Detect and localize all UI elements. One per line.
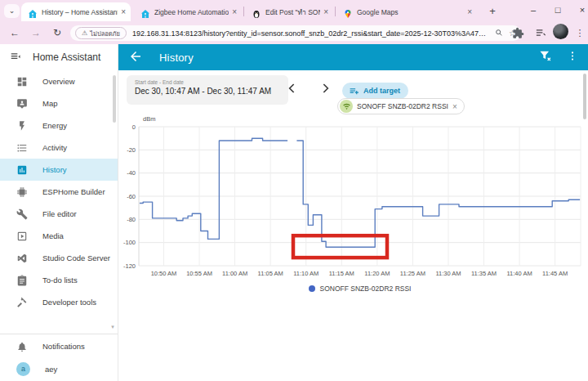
page-title: History xyxy=(159,52,194,64)
window-maximize-button[interactable]: □ xyxy=(546,0,570,20)
sidebar-item-media[interactable]: Media xyxy=(0,225,118,247)
profile-avatar[interactable] xyxy=(553,24,568,39)
history-icon xyxy=(16,164,28,176)
x-tick-label: 11:15 AM xyxy=(329,270,354,277)
browser-menu-icon[interactable]: ⋮ xyxy=(574,25,586,41)
x-tick-label: 11:40 AM xyxy=(507,270,532,277)
map-icon xyxy=(16,98,28,110)
tab-close-icon[interactable]: × xyxy=(121,7,126,16)
y-tick-label: -120 xyxy=(123,262,136,270)
todo-icon xyxy=(16,275,28,286)
previous-period-button[interactable] xyxy=(284,80,302,98)
sidebar-item-label: Energy xyxy=(42,121,67,130)
date-range-value: Dec 30, 10:47 AM - Dec 30, 11:47 AM xyxy=(135,87,288,96)
x-tick-label: 11:35 AM xyxy=(471,270,497,277)
bell-icon xyxy=(16,341,28,352)
sidebar-item-file-editor[interactable]: File editor xyxy=(0,203,118,225)
sidebar-item-activity[interactable]: Activity xyxy=(0,137,118,159)
sidebar-item-label: Studio Code Server xyxy=(42,253,110,262)
sidebar-item-overview[interactable]: Overview xyxy=(0,70,118,92)
tab-close-icon[interactable]: × xyxy=(467,7,472,16)
penguin-favicon-icon xyxy=(252,7,261,17)
y-tick-label: -40 xyxy=(127,169,136,177)
file-editor-icon xyxy=(16,208,28,220)
browser-reload-button[interactable]: ↻ xyxy=(49,25,65,41)
activity-icon xyxy=(16,142,28,154)
target-chip[interactable]: SONOFF SNZB-02DR2 RSSI × xyxy=(337,98,465,114)
back-button[interactable] xyxy=(128,49,145,65)
new-tab-button[interactable]: + xyxy=(484,3,501,20)
sidebar-item-studio-code-server[interactable]: Studio Code Server xyxy=(0,247,118,269)
sidebar-item-label: History xyxy=(42,165,67,174)
notifications-label: Notifications xyxy=(42,342,85,351)
browser-tab[interactable]: History – Home Assistant× xyxy=(21,2,131,21)
sidebar-item-map[interactable]: Map xyxy=(0,92,118,114)
window-minimize-button[interactable]: – xyxy=(521,0,546,20)
target-chip-label: SONOFF SNZB-02DR2 RSSI xyxy=(357,102,448,110)
google-maps-favicon-icon xyxy=(343,7,353,17)
history-chart[interactable]: 0-20-40-60-80-100-12010:50 AM10:55 AM11:… xyxy=(118,113,588,288)
x-tick-label: 11:45 AM xyxy=(542,270,568,277)
zoom-search-icon[interactable] xyxy=(495,29,503,38)
extensions-icon[interactable] xyxy=(510,25,526,41)
sidebar-item-history[interactable]: History xyxy=(0,159,118,181)
add-target-button[interactable]: Add target xyxy=(342,83,408,99)
window-close-button[interactable]: × xyxy=(570,0,588,20)
tab-title: History – Home Assistant xyxy=(42,8,118,16)
security-chip[interactable]: ⚠ ไม่ปลอดภัย xyxy=(75,27,127,39)
tab-title: Zigbee Home Automation - xyxy=(154,8,229,16)
tab-close-icon[interactable]: × xyxy=(323,7,328,16)
x-tick-label: 11:10 AM xyxy=(293,270,318,277)
y-tick-label: -60 xyxy=(127,193,136,200)
sidebar-toggle-icon[interactable] xyxy=(10,51,23,64)
x-tick-label: 11:05 AM xyxy=(258,270,283,277)
url-bar[interactable]: ⚠ ไม่ปลอดภัย 192.168.31.134:8123/history… xyxy=(70,25,521,41)
remove-filter-icon[interactable] xyxy=(539,49,555,65)
date-range-picker[interactable]: Start date - End date Dec 30, 10:47 AM -… xyxy=(127,75,288,105)
x-tick-label: 11:00 AM xyxy=(222,270,247,277)
next-period-button[interactable] xyxy=(317,80,335,98)
x-tick-label: 11:20 AM xyxy=(364,270,390,277)
browser-back-button[interactable]: ← xyxy=(7,25,23,41)
tab-search-button[interactable]: ⌄ xyxy=(4,4,20,18)
chart-legend[interactable]: SONOFF SNZB-02DR2 RSSI xyxy=(139,283,581,294)
tab-close-icon[interactable]: × xyxy=(232,7,237,16)
sidebar-item-label: Map xyxy=(42,99,57,108)
sidebar-item-label: File editor xyxy=(42,209,77,218)
legend-label: SONOFF SNZB-02DR2 RSSI xyxy=(320,285,412,293)
sidebar-item-developer-tools[interactable]: Developer tools xyxy=(0,291,118,313)
browser-tab[interactable]: Google Maps× xyxy=(336,2,477,21)
sidebar-item-to-do-lists[interactable]: To-do lists xyxy=(0,269,118,291)
add-target-label: Add target xyxy=(363,87,400,95)
warning-icon: ⚠ xyxy=(82,29,87,37)
sidebar-scroll-arrow-icon[interactable]: ▾ xyxy=(109,324,117,332)
sidebar-item-user[interactable]: a aey xyxy=(0,358,118,380)
sidebar-item-notifications[interactable]: Notifications xyxy=(0,335,118,357)
home-assistant-favicon-icon xyxy=(28,7,38,17)
sidebar-header: Home Assistant xyxy=(0,44,118,70)
sidebar-item-esphome-builder[interactable]: ESPHome Builder xyxy=(0,181,118,203)
home-assistant-favicon-icon xyxy=(140,7,150,17)
sidebar-item-label: Overview xyxy=(42,77,75,86)
browser-tab[interactable]: Zigbee Home Automation - × xyxy=(134,2,242,21)
sidebar-title: Home Assistant xyxy=(33,52,100,63)
browser-forward-button[interactable]: → xyxy=(28,25,44,41)
overflow-menu-icon[interactable] xyxy=(567,49,577,65)
x-tick-label: 10:55 AM xyxy=(186,270,212,277)
browser-tab[interactable]: Edit Post "ทำ SONOFF Dong× xyxy=(245,2,333,21)
sidebar-divider xyxy=(0,334,118,334)
chip-close-icon[interactable]: × xyxy=(452,102,457,111)
y-tick-label: -100 xyxy=(123,239,136,246)
view-dashboard-icon xyxy=(16,76,28,87)
sidebar-item-energy[interactable]: Energy xyxy=(0,114,118,137)
main-scrollbar[interactable] xyxy=(583,74,586,119)
playlist-plus-icon xyxy=(349,86,359,96)
sidebar-item-label: Activity xyxy=(42,143,67,152)
sidebar-item-label: To-do lists xyxy=(42,276,78,285)
sidebar-scrollbar[interactable] xyxy=(113,75,116,123)
side-panel-icon[interactable] xyxy=(532,25,549,41)
x-tick-label: 11:25 AM xyxy=(400,270,425,277)
legend-dot xyxy=(309,285,315,292)
browser-tab-strip: ⌄ History – Home Assistant×Zigbee Home A… xyxy=(0,0,588,21)
sidebar: Home Assistant OverviewMapEnergyActivity… xyxy=(0,44,118,381)
